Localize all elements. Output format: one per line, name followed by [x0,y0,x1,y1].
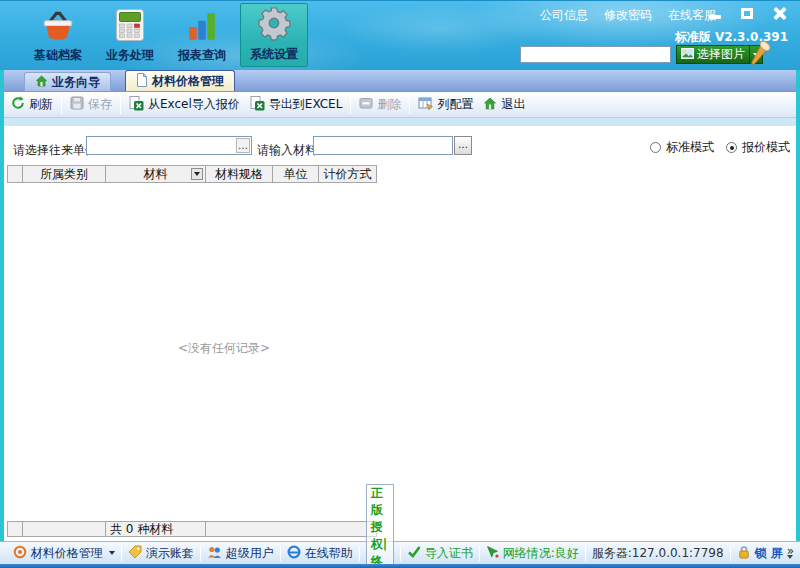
column-config-icon [418,96,433,113]
target-icon [13,545,27,562]
material-filter-input[interactable] [313,136,453,155]
maximize-icon [741,8,753,19]
refresh-button[interactable]: 刷新 [6,94,58,115]
mode-standard-radio[interactable]: 标准模式 [650,139,714,156]
server-label: 服务器:127.0.0.1:7798 [592,545,724,562]
tag-icon [128,545,142,562]
nav-item-system-settings[interactable]: 系统设置 [240,3,308,67]
nav-item-report-query[interactable]: 报表查询 [168,3,236,67]
column-header-unit[interactable]: 单位 [273,166,319,182]
column-label: 材料 [144,166,168,183]
statusbar-account[interactable]: 演示账套 [128,545,194,562]
header-links: 公司信息 修改密码 在线客服 [540,7,716,24]
export-excel-label: 导出到EXCEL [269,96,343,113]
status-bar: 材料价格管理 演示账套 超级用户 [0,541,800,564]
lock-label: 锁屏 [755,545,787,562]
refresh-icon [11,96,25,113]
user-label: 超级用户 [226,545,274,562]
statusbar-separator [200,546,201,561]
material-browse-button[interactable]: … [454,136,472,155]
tab-label: 业务向导 [52,74,100,91]
import-certificate-button[interactable]: 导入证书 [407,545,473,562]
main-content: 请选择往来单位 … 请输入材料 … 标准模式 报价模式 所属类别 材料 材料规格… [4,126,796,541]
unit-filter-input[interactable] [86,136,252,155]
statusbar-online-help[interactable]: 在线帮助 [287,545,353,562]
image-icon [681,48,694,62]
network-label: 网络情况:良好 [503,545,579,562]
column-header-spec[interactable]: 材料规格 [206,166,273,182]
tab-bar: 业务向导 材料价格管理 [0,70,800,91]
main-nav: 基础档案 业务处理 [24,3,308,67]
home-icon [35,75,48,90]
statusbar-grip-icon [6,545,7,561]
command-toolbar: 刷新 保存 从Excel导入报价 [0,91,800,118]
statusbar-separator [585,546,586,561]
mode-quote-radio[interactable]: 报价模式 [726,139,790,156]
maximize-button[interactable] [736,6,758,21]
document-icon [136,73,148,90]
tab-business-wizard[interactable]: 业务向导 [24,72,111,91]
toolbar-separator [409,96,410,114]
toolbar-separator [61,96,62,114]
save-button[interactable]: 保存 [65,94,117,115]
unit-browse-button[interactable]: … [236,138,250,153]
horn-icon[interactable] [748,39,774,68]
exit-button[interactable]: 退出 [478,94,530,115]
statusbar-separator [359,546,360,561]
chevron-down-icon [194,172,200,176]
statusbar-overflow-button[interactable]: » [787,547,794,559]
column-header-category[interactable]: 所属类别 [23,166,106,182]
import-excel-button[interactable]: 从Excel导入报价 [124,94,245,116]
statusbar-user[interactable]: 超级用户 [207,545,274,562]
summary-cell [8,522,23,536]
calculator-icon [115,8,145,45]
nav-label: 系统设置 [250,46,298,63]
basket-icon [40,10,76,45]
nav-item-business-process[interactable]: 业务处理 [96,3,164,67]
nav-label: 基础档案 [34,47,82,64]
close-button[interactable] [768,6,790,21]
exit-label: 退出 [501,96,525,113]
statusbar-module-menu[interactable]: 材料价格管理 [13,545,115,562]
row-selector-header [8,166,23,182]
minimize-button[interactable] [704,6,726,21]
statusbar-separator [280,546,281,561]
home-icon [483,97,497,113]
window-frame-bottom [0,564,800,568]
change-password-link[interactable]: 修改密码 [604,7,652,24]
radio-checked-icon [726,142,737,153]
lock-screen-button[interactable]: 锁屏 [737,545,787,562]
module-label: 材料价格管理 [31,545,103,562]
window-frame-left [0,70,4,541]
statusbar-network[interactable]: 网络情况:良好 [486,545,579,562]
export-excel-button[interactable]: 导出到EXCEL [245,94,348,116]
tab-label: 材料价格管理 [152,73,224,90]
company-info-link[interactable]: 公司信息 [540,7,588,24]
column-header-pricing[interactable]: 计价方式 [319,166,376,182]
column-config-button[interactable]: 列配置 [413,94,478,115]
delete-button[interactable]: 删除 [354,94,406,115]
bar-chart-icon [186,10,218,45]
nav-item-basic-archives[interactable]: 基础档案 [24,3,92,67]
window-controls [704,6,790,21]
close-icon [773,7,786,20]
material-filter-dropdown[interactable] [191,168,203,180]
import-cert-label: 导入证书 [425,545,473,562]
column-config-label: 列配置 [437,96,473,113]
mode-quote-label: 报价模式 [742,139,790,156]
delete-icon [359,96,373,113]
minimize-icon [709,15,721,19]
column-label: 单位 [284,166,308,183]
table-header: 所属类别 材料 材料规格 单位 计价方式 [7,165,377,183]
image-path-input[interactable] [520,46,671,63]
radio-icon [650,142,661,153]
statusbar-separator [730,546,731,561]
summary-label: 共 0 种材料 [110,521,173,538]
column-header-material[interactable]: 材料 [106,166,206,182]
refresh-label: 刷新 [29,96,53,113]
statusbar-separator [479,546,480,561]
tab-material-price-management[interactable]: 材料价格管理 [125,70,235,91]
window-frame-right [796,70,800,541]
app-window: 基础档案 业务处理 [0,0,800,568]
summary-cell [23,522,106,536]
